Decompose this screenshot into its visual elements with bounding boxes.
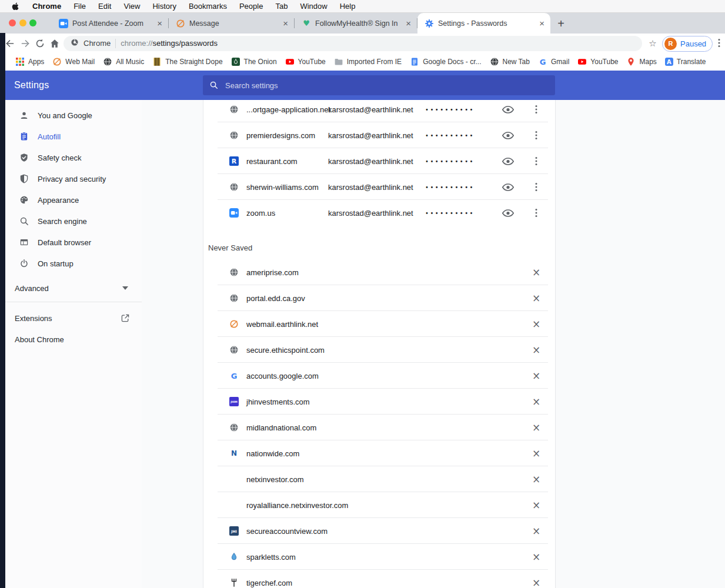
earthlink-icon (229, 319, 239, 329)
bookmark-youtube[interactable]: YouTube (577, 57, 618, 66)
bookmark-label: Translate (677, 58, 706, 66)
more-options-button[interactable] (532, 103, 541, 116)
remove-site-button[interactable]: × (529, 343, 543, 357)
never-saved-site: jhinvestments.com (246, 397, 310, 406)
show-password-button[interactable] (500, 128, 516, 142)
bookmark-the-straight-dope[interactable]: The Straight Dope (152, 57, 222, 66)
bookmark-web-mail[interactable]: Web Mail (52, 57, 95, 66)
remove-site-button[interactable]: × (529, 265, 543, 279)
more-options-button[interactable] (532, 155, 541, 168)
bookmark-all-music[interactable]: All Music (103, 57, 144, 66)
more-options-button[interactable] (532, 181, 541, 193)
bookmark-youtube[interactable]: YouTube (285, 57, 326, 66)
show-password-button[interactable] (500, 102, 516, 116)
remove-site-button[interactable]: × (529, 576, 543, 588)
sidebar-advanced-button[interactable]: Advanced (5, 278, 142, 299)
stripes-icon (152, 57, 162, 66)
zoom-app-icon (59, 19, 68, 28)
home-icon[interactable] (48, 38, 61, 49)
sync-paused-button[interactable]: R Paused (662, 36, 713, 52)
show-password-button[interactable] (500, 206, 516, 220)
paused-label: Paused (680, 39, 706, 48)
sidebar-item-search-engine[interactable]: Search engine (5, 211, 142, 232)
youtube-icon (577, 57, 587, 66)
sidebar-item-label: Search engine (38, 217, 87, 226)
menu-file[interactable]: File (73, 2, 86, 11)
password-site: sherwin-williams.com (246, 183, 319, 192)
bookmark-the-onion[interactable]: The Onion (231, 57, 277, 66)
menu-history[interactable]: History (152, 2, 176, 11)
bookmark-google-docs-cr[interactable]: Google Docs - cr... (410, 57, 481, 66)
close-tab-icon[interactable]: × (157, 19, 162, 28)
remove-site-button[interactable]: × (529, 369, 543, 383)
menu-edit[interactable]: Edit (98, 2, 111, 11)
sidebar-item-you-and-google[interactable]: You and Google (5, 105, 142, 126)
sidebar-item-on-startup[interactable]: On startup (5, 253, 142, 274)
menu-chrome[interactable]: Chrome (32, 2, 61, 11)
menu-view[interactable]: View (123, 2, 140, 11)
tab-followmyhealth-sign-in[interactable]: ♥FollowMyHealth® Sign In× (295, 13, 417, 34)
menu-tab[interactable]: Tab (275, 2, 288, 11)
bookmark-gmail[interactable]: GGmail (538, 57, 569, 66)
sidebar-item-about-chrome[interactable]: About Chrome (5, 329, 142, 350)
minimize-window-button[interactable] (19, 19, 26, 26)
omnibox-divider (115, 39, 116, 48)
zoom-window-button[interactable] (29, 19, 36, 26)
menu-bookmarks[interactable]: Bookmarks (189, 2, 227, 11)
show-password-button[interactable] (500, 180, 516, 194)
remove-site-button[interactable]: × (529, 446, 543, 460)
new-tab-button[interactable]: + (553, 16, 569, 31)
tab-title: FollowMyHealth® Sign In (315, 19, 402, 28)
password-username: karsrostad@earthlink.net (328, 131, 413, 140)
forward-icon[interactable] (19, 38, 32, 49)
bookmark-new-tab[interactable]: New Tab (490, 57, 530, 66)
saved-passwords-list: ...ortgage-application.netkarsrostad@ear… (203, 100, 555, 226)
remove-site-button[interactable]: × (529, 420, 543, 435)
remove-site-button[interactable]: × (529, 498, 543, 512)
apple-menu-icon[interactable] (11, 2, 20, 11)
remove-site-button[interactable]: × (529, 524, 543, 538)
tab-bar: Post Attendee - Zoom×Message×♥FollowMyHe… (0, 13, 725, 34)
sidebar-divider (5, 302, 142, 302)
bookmark-maps[interactable]: Maps (626, 57, 656, 66)
menu-people[interactable]: People (239, 2, 263, 11)
sidebar-item-autofill[interactable]: Autofill (5, 126, 142, 147)
remove-site-button[interactable]: × (529, 395, 543, 409)
browser-menu-kebab-icon[interactable] (714, 37, 724, 49)
bookmark-imported-from-ie[interactable]: Imported From IE (334, 57, 402, 66)
sidebar-item-default-browser[interactable]: Default browser (5, 232, 142, 253)
back-icon[interactable] (4, 38, 16, 49)
never-saved-row: Nnationwide.com× (203, 440, 555, 466)
reload-icon[interactable] (34, 38, 46, 49)
sidebar-item-extensions[interactable]: Extensions (5, 308, 142, 329)
close-window-button[interactable] (9, 19, 16, 26)
sidebar-item-appearance[interactable]: Appearance (5, 189, 142, 211)
remove-site-button[interactable]: × (529, 472, 543, 486)
tab-settings-passwords[interactable]: Settings - Passwords× (417, 13, 550, 34)
tab-post-attendee-zoom[interactable]: Post Attendee - Zoom× (52, 13, 168, 34)
maps-icon (626, 57, 636, 66)
remove-site-button[interactable]: × (529, 291, 543, 305)
menu-help[interactable]: Help (340, 2, 356, 11)
bookmark-translate[interactable]: ATranslate (665, 58, 706, 66)
bookmark-apps[interactable]: Apps (15, 57, 44, 66)
more-options-button[interactable] (532, 129, 541, 142)
tab-message[interactable]: Message× (169, 13, 294, 34)
more-options-button[interactable] (532, 206, 541, 219)
close-tab-icon[interactable]: × (406, 19, 411, 28)
address-bar[interactable]: Chrome chrome://settings/passwords (64, 36, 642, 51)
site-info-icon[interactable] (71, 38, 79, 48)
bookmark-star-icon[interactable]: ☆ (646, 36, 660, 51)
menu-window[interactable]: Window (300, 2, 327, 11)
close-tab-icon[interactable]: × (539, 19, 544, 28)
sidebar-item-safety-check[interactable]: Safety check (5, 147, 142, 168)
sidebar-item-privacy-and-security[interactable]: Privacy and security (5, 168, 142, 189)
never-saved-site: netxinvestor.com (246, 475, 304, 484)
close-tab-icon[interactable]: × (283, 19, 288, 28)
settings-search-input[interactable] (203, 75, 555, 95)
remove-site-button[interactable]: × (529, 317, 543, 331)
never-saved-row: netxinvestor.com× (203, 466, 555, 492)
show-password-button[interactable] (500, 154, 516, 168)
never-saved-row: webmail.earthlink.net× (203, 311, 555, 337)
remove-site-button[interactable]: × (529, 550, 543, 564)
